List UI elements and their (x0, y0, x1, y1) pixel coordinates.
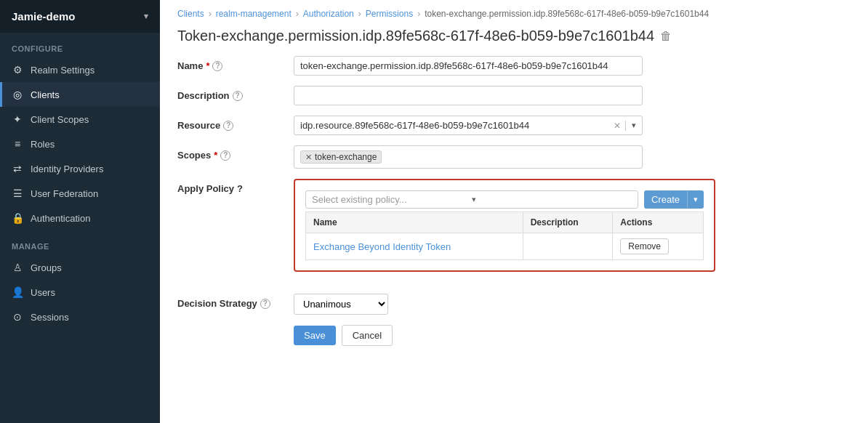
sidebar-item-label: Groups (31, 262, 62, 273)
breadcrumb-permissions[interactable]: Permissions (366, 9, 413, 19)
sidebar-item-roles[interactable]: ≡ Roles (0, 132, 160, 156)
sidebar-item-label: Roles (31, 139, 55, 150)
policy-description-cell (523, 233, 613, 260)
sidebar-item-realm-settings[interactable]: ⚙ Realm Settings (0, 57, 160, 82)
policy-box: Select existing policy... ▾ Create ▾ Nam… (294, 179, 715, 272)
name-input[interactable] (294, 56, 643, 76)
sidebar-item-clients[interactable]: ◎ Clients (0, 82, 160, 107)
col-name: Name (306, 212, 523, 233)
decision-strategy-help-icon[interactable]: ? (260, 299, 270, 309)
sidebar-item-label: Authentication (31, 213, 90, 224)
description-field-container (294, 86, 730, 105)
sidebar-item-identity-providers[interactable]: ⇄ Identity Providers (0, 156, 160, 181)
name-label: Name * ? (177, 56, 294, 71)
decision-strategy-select[interactable]: Unanimous Affirmative Consensus (294, 294, 388, 315)
action-spacer (177, 325, 294, 329)
name-field-container (294, 56, 730, 76)
client-scopes-icon: ✦ (12, 113, 23, 125)
apply-policy-help-icon[interactable]: ? (237, 183, 243, 194)
configure-section-label: Configure (0, 33, 160, 57)
create-policy-label: Create (644, 190, 687, 209)
scopes-field-container: ✕ token-exchange (294, 145, 730, 169)
scopes-row: Scopes * ? ✕ token-exchange (177, 145, 851, 169)
resource-help-icon[interactable]: ? (223, 121, 233, 131)
clients-icon: ◎ (12, 89, 23, 100)
sidebar-item-label: Client Scopes (31, 114, 89, 125)
scope-tag-label: token-exchange (315, 152, 377, 162)
save-button[interactable]: Save (294, 326, 336, 345)
sidebar-item-label: Clients (31, 89, 60, 100)
sidebar-item-groups[interactable]: ♙ Groups (0, 255, 160, 280)
policy-name-cell: Exchange Beyond Identity Token (306, 233, 523, 260)
description-input[interactable] (294, 86, 643, 105)
policy-table-header: Name Description Actions (306, 212, 704, 233)
resource-row: Resource ? idp.resource.89fe568c-617f-48… (177, 116, 851, 135)
description-help-icon[interactable]: ? (233, 91, 243, 101)
scope-tag: ✕ token-exchange (300, 150, 382, 164)
user-federation-icon: ☰ (12, 188, 23, 199)
policy-box-container: Select existing policy... ▾ Create ▾ Nam… (294, 179, 715, 283)
apply-policy-label: Apply Policy ? (177, 179, 294, 194)
action-buttons: Save Cancel (294, 325, 393, 346)
scopes-field: ✕ token-exchange (294, 145, 643, 169)
breadcrumb-sep-2: › (296, 9, 299, 19)
sidebar-item-user-federation[interactable]: ☰ User Federation (0, 181, 160, 206)
settings-icon: ⚙ (12, 64, 23, 76)
breadcrumb-clients[interactable]: Clients (177, 9, 204, 19)
sessions-icon: ⊙ (12, 311, 23, 323)
sidebar-item-label: Realm Settings (31, 65, 95, 76)
decision-strategy-label: Decision Strategy ? (177, 294, 294, 309)
form-area: Name * ? Description ? Resource ? (160, 56, 868, 371)
apply-policy-row: Apply Policy ? Select existing policy...… (177, 179, 851, 283)
sidebar-item-client-scopes[interactable]: ✦ Client Scopes (0, 107, 160, 132)
name-row: Name * ? (177, 56, 851, 76)
delete-icon[interactable]: 🗑 (660, 30, 672, 43)
description-row: Description ? (177, 86, 851, 105)
policy-name-link[interactable]: Exchange Beyond Identity Token (313, 241, 451, 252)
decision-strategy-row: Decision Strategy ? Unanimous Affirmativ… (177, 294, 851, 315)
sidebar-item-sessions[interactable]: ⊙ Sessions (0, 305, 160, 329)
resource-field: idp.resource.89fe568c-617f-48e6-b059-b9e… (294, 116, 643, 135)
resource-field-container: idp.resource.89fe568c-617f-48e6-b059-b9e… (294, 116, 730, 135)
realm-name: Jamie-demo (12, 10, 76, 23)
realm-selector[interactable]: Jamie-demo ▾ (0, 0, 160, 33)
breadcrumb: Clients › realm-management › Authorizati… (160, 0, 868, 23)
sidebar-item-label: Users (31, 287, 55, 298)
scope-remove-icon[interactable]: ✕ (305, 153, 312, 162)
sidebar-item-authentication[interactable]: 🔒 Authentication (0, 206, 160, 230)
sidebar-item-users[interactable]: 👤 Users (0, 280, 160, 305)
breadcrumb-authorization[interactable]: Authorization (303, 9, 354, 19)
remove-policy-button[interactable]: Remove (620, 238, 669, 254)
description-label: Description ? (177, 86, 294, 101)
create-policy-button[interactable]: Create ▾ (644, 190, 704, 209)
sidebar-item-label: Sessions (31, 312, 69, 323)
sidebar-item-label: User Federation (31, 188, 98, 199)
decision-strategy-field: Unanimous Affirmative Consensus (294, 294, 730, 315)
name-help-icon[interactable]: ? (212, 61, 222, 71)
resource-dropdown-icon[interactable]: ▾ (626, 118, 642, 133)
manage-section-label: Manage (0, 230, 160, 255)
policy-table-row: Exchange Beyond Identity Token Remove (306, 233, 704, 260)
roles-icon: ≡ (12, 138, 23, 150)
policy-select-dropdown[interactable]: Select existing policy... ▾ (305, 190, 638, 209)
policy-select-placeholder: Select existing policy... (312, 194, 472, 205)
breadcrumb-realm-management[interactable]: realm-management (216, 9, 292, 19)
chevron-down-icon: ▾ (144, 12, 148, 21)
cancel-button[interactable]: Cancel (342, 325, 393, 346)
scopes-label: Scopes * ? (177, 145, 294, 161)
policy-select-area: Select existing policy... ▾ Create ▾ (305, 190, 704, 209)
scopes-help-icon[interactable]: ? (220, 150, 230, 161)
page-title-row: Token-exchange.permission.idp.89fe568c-6… (160, 23, 868, 56)
policy-table-body: Exchange Beyond Identity Token Remove (306, 233, 704, 260)
resource-clear-icon[interactable]: ✕ (609, 121, 626, 131)
identity-providers-icon: ⇄ (12, 163, 23, 174)
policy-select-arrow-icon: ▾ (472, 195, 632, 204)
sidebar: Jamie-demo ▾ Configure ⚙ Realm Settings … (0, 0, 160, 423)
breadcrumb-sep-3: › (358, 9, 361, 19)
sidebar-item-label: Identity Providers (31, 164, 103, 174)
create-dropdown-icon[interactable]: ▾ (687, 191, 704, 208)
policy-actions-cell: Remove (613, 233, 704, 260)
page-title: Token-exchange.permission.idp.89fe568c-6… (177, 28, 654, 44)
action-row: Save Cancel (177, 325, 851, 360)
resource-label: Resource ? (177, 116, 294, 131)
